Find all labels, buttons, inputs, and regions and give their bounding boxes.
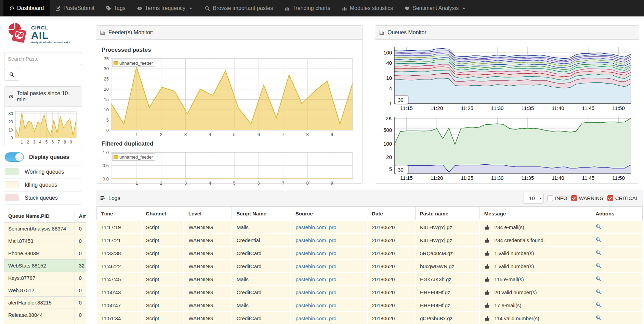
filter-label: CRITICAL xyxy=(615,195,639,201)
log-script: CreditCard xyxy=(232,286,291,299)
log-row: 11:51:34ScriptWARNINGCreditCardpastebin.… xyxy=(96,312,642,324)
source-link[interactable]: pastebin.com_pro xyxy=(295,315,336,321)
svg-text:30: 30 xyxy=(104,66,109,71)
log-message-text: 234 credentials found. xyxy=(494,237,545,243)
svg-text:1.0: 1.0 xyxy=(103,150,109,155)
roll-period-input[interactable] xyxy=(395,95,408,104)
nav-item: PasteSubmit xyxy=(50,0,100,16)
log-message-text: 1 valid number(s) xyxy=(494,250,534,256)
log-paste-name: gCPGbuBx.gz xyxy=(415,312,479,324)
log-message-text: 1 valid number(s) xyxy=(494,263,534,269)
circl-ail-logo: CIRCL AIL Analysis of Information Leaks xyxy=(4,21,82,47)
show-paste-button[interactable] xyxy=(596,224,601,229)
thumbs-up-icon xyxy=(484,289,490,295)
chart-legend: unnamed_feeder xyxy=(112,60,155,67)
edit-icon xyxy=(55,6,61,11)
caret-down-icon xyxy=(188,6,193,11)
svg-text:1: 1 xyxy=(135,132,138,137)
svg-text:11:30: 11:30 xyxy=(491,175,503,181)
svg-text:11:20: 11:20 xyxy=(431,175,443,181)
show-paste-button[interactable] xyxy=(596,263,601,268)
log-source: pastebin.com_pro xyxy=(291,247,367,260)
source-link[interactable]: pastebin.com_pro xyxy=(295,224,336,230)
svg-text:4: 4 xyxy=(209,180,211,186)
show-paste-button[interactable] xyxy=(596,276,601,281)
search-paste-input[interactable] xyxy=(4,52,82,65)
filter-info[interactable]: INFO xyxy=(547,195,567,201)
svg-text:30: 30 xyxy=(9,111,13,116)
show-paste-button[interactable] xyxy=(596,289,601,294)
log-time: 11:17:19 xyxy=(96,221,141,234)
filter-warning[interactable]: WARNING xyxy=(571,195,604,201)
nav-link-dashboard[interactable]: Dashboard xyxy=(3,0,50,16)
svg-text:5: 5 xyxy=(45,140,48,145)
log-row: 11:46:22ScriptWARNINGCreditCardpastebin.… xyxy=(96,260,642,273)
bar-chart-icon xyxy=(285,6,290,11)
log-time: 11:46:22 xyxy=(96,260,141,273)
svg-text:5: 5 xyxy=(233,180,236,186)
legend-swatch xyxy=(5,182,18,188)
display-queues-toggle[interactable] xyxy=(5,152,24,162)
source-link[interactable]: pastebin.com_pro xyxy=(295,250,336,256)
filter-critical[interactable]: CRITICAL xyxy=(607,195,639,201)
checkbox-checked-icon[interactable] xyxy=(607,195,613,201)
show-paste-button[interactable] xyxy=(596,302,601,307)
svg-text:40: 40 xyxy=(386,60,392,66)
source-link[interactable]: pastebin.com_pro xyxy=(295,302,336,308)
svg-text:11:30: 11:30 xyxy=(491,105,503,111)
bar-chart-icon xyxy=(342,6,347,11)
log-script: CreditCard xyxy=(232,312,291,324)
source-link[interactable]: pastebin.com_pro xyxy=(295,289,336,295)
queue-amount: 0 xyxy=(75,284,86,297)
legend-label: Stuck queues xyxy=(25,195,58,201)
nav-label: Tags xyxy=(114,5,126,11)
log-level: WARNING xyxy=(184,221,232,234)
queue-name: WebStats.88152 xyxy=(4,260,75,272)
checkbox-unchecked-icon[interactable] xyxy=(547,195,553,201)
page-size-select[interactable]: 10 ▾ xyxy=(524,193,543,203)
nav-item: Modules statistics xyxy=(336,0,399,16)
log-row: 11:33:38ScriptWARNINGCreditCardpastebin.… xyxy=(96,247,642,260)
log-message: 114 valid number(s) xyxy=(479,312,591,324)
thumbs-up-icon xyxy=(484,302,490,308)
nav-link-modules-statistics[interactable]: Modules statistics xyxy=(336,0,399,16)
thumbs-up-icon xyxy=(484,224,490,230)
log-actions xyxy=(591,221,642,234)
show-paste-button[interactable] xyxy=(596,315,601,320)
search-submit-button[interactable] xyxy=(4,68,19,81)
source-link[interactable]: pastebin.com_pro xyxy=(295,276,336,282)
queue-amount-header: Amount xyxy=(75,210,86,222)
roll-period-input[interactable] xyxy=(395,165,408,174)
svg-text:9: 9 xyxy=(331,180,333,186)
nav-link-trending-charts[interactable]: Trending charts xyxy=(279,0,336,16)
svg-text:11:15: 11:15 xyxy=(400,175,412,181)
source-link[interactable]: pastebin.com_pro xyxy=(295,237,336,243)
logs-column-header: Paste name xyxy=(415,207,479,221)
nav-item: Terms frequency xyxy=(131,0,199,16)
nav-link-terms-frequency[interactable]: Terms frequency xyxy=(131,0,199,16)
svg-text:100: 100 xyxy=(383,50,392,55)
top-navbar: DashboardPasteSubmitTagsTerms frequencyB… xyxy=(0,0,644,16)
queues-monitor-panel: Queues Monitor 11:1511:2011:2511:3011:35… xyxy=(375,25,639,184)
checkbox-checked-icon[interactable] xyxy=(571,195,577,201)
nav-link-browse-important-pastes[interactable]: Browse important pastes xyxy=(199,0,279,16)
processed-svg: 12345678905101520253035 xyxy=(100,56,356,138)
queue-amount: 0 xyxy=(75,297,86,309)
log-script: CreditCard xyxy=(232,260,291,273)
queue-state-legend: Working queuesIdling queuesStuck queues xyxy=(4,165,82,204)
nav-link-tags[interactable]: Tags xyxy=(100,0,131,16)
nav-link-sentiment-analysis[interactable]: Sentiment Analysis xyxy=(399,0,472,16)
log-message-text: 17 e-mail(s) xyxy=(494,302,521,308)
nav-label: Dashboard xyxy=(17,5,44,11)
legend-swatch xyxy=(5,195,18,201)
queue-amount: 0 xyxy=(75,309,86,321)
nav-item: Trending charts xyxy=(279,0,336,16)
show-paste-button[interactable] xyxy=(596,250,601,255)
svg-text:20: 20 xyxy=(386,154,392,160)
nav-link-pastesubmit[interactable]: PasteSubmit xyxy=(50,0,100,16)
log-level: WARNING xyxy=(184,273,232,286)
log-time: 11:50:47 xyxy=(96,299,141,312)
log-actions xyxy=(591,234,642,247)
source-link[interactable]: pastebin.com_pro xyxy=(295,263,336,269)
show-paste-button[interactable] xyxy=(596,237,601,242)
